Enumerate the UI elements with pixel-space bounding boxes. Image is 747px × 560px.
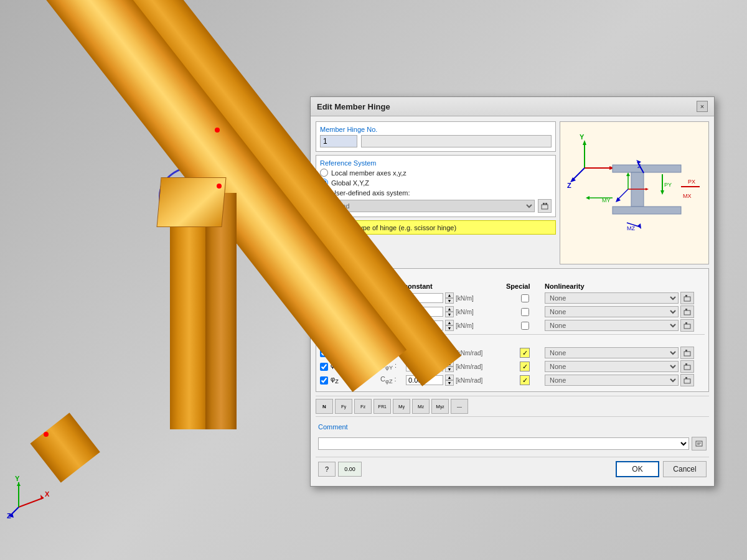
svg-text:Z: Z [7,512,11,520]
phiz-unit: [kNm/rad] [456,377,482,384]
comment-row: Comment [316,421,709,433]
phiy-checkbox[interactable] [320,363,328,371]
ux-spin-down[interactable]: ▼ [445,298,454,304]
svg-rect-11 [545,203,547,205]
svg-rect-52 [684,352,690,356]
svg-text:Y: Y [15,476,20,482]
phiy-nonlin-cell: None [545,360,694,373]
toolbar-btn-fz[interactable]: Fz [354,399,372,414]
uz-nonlin-select[interactable]: None [545,320,679,331]
phiz-special-cell: ✓ [506,375,543,385]
phix-nonlin-select[interactable]: None [545,347,679,358]
phiz-label: φZ [331,375,339,385]
toolbar-btn-mz[interactable]: Mz [412,399,430,414]
axis-edit-button[interactable] [538,199,552,213]
uy-spin-down[interactable]: ▼ [445,312,454,317]
uy-nonlin-cell: None [545,306,694,318]
toolbar-btn-mymz[interactable]: Myz [431,399,449,414]
comment-input-row [316,437,709,453]
ok-button[interactable]: OK [616,461,659,477]
dialog-titlebar: Edit Member Hinge × [311,97,714,116]
phiz-special-yellow-checkbox[interactable]: ✓ [520,375,530,385]
uz-special-checkbox[interactable] [521,322,529,330]
hinge-preview-svg: Y X Z [566,131,703,255]
phiy-special-yellow-checkbox[interactable]: ✓ [520,362,530,371]
svg-rect-22 [613,165,681,172]
axis-system-dropdown[interactable]: Rotated [320,200,535,212]
uy-nonlin-btn[interactable] [680,306,694,318]
uz-spin-down[interactable]: ▼ [445,325,454,331]
ux-special-cell [506,294,543,302]
close-button[interactable]: × [697,101,708,112]
dialog-title: Edit Member Hinge [317,102,390,111]
toolbar-btn-fr1[interactable]: FR1 [374,399,391,414]
uz-spin-up[interactable]: ▲ [445,320,454,325]
uy-spin: ▲ ▼ [445,306,454,317]
phiz-nonlin-select[interactable]: None [545,375,679,386]
svg-text:PX: PX [688,179,695,185]
uy-spin-up[interactable]: ▲ [445,306,454,312]
toolbar-btn-my[interactable]: My [393,399,410,414]
beam-vertical-right [205,193,237,429]
ux-spin: ▲ ▼ [445,292,454,304]
phiy-unit: [kNm/rad] [456,363,482,370]
svg-rect-55 [685,363,687,365]
svg-text:Z: Z [567,182,571,189]
phiz-checkbox[interactable] [320,376,328,385]
reference-system-label: Reference System [320,159,552,167]
radio-local-row: Local member axes x,y,z [320,169,552,177]
phiz-spin: ▲ ▼ [445,375,454,386]
comment-btn[interactable] [692,437,707,450]
svg-text:Y: Y [580,133,585,141]
phiy-nonlin-select[interactable]: None [545,361,679,372]
ux-nonlin-btn[interactable] [680,292,694,304]
svg-rect-10 [543,203,545,205]
axis-dropdown-row: Rotated [320,199,552,213]
phix-nonlin-btn[interactable] [680,347,694,359]
reference-system-panel: Reference System Local member axes x,y,z… [316,155,556,217]
phiy-special-cell: ✓ [506,362,543,371]
uy-special-checkbox[interactable] [521,308,529,316]
radio-global-label: Global X,Y,Z [331,179,369,187]
action-buttons: OK Cancel [616,461,707,477]
uz-unit: [kN/m] [456,322,474,329]
svg-text:X: X [45,490,50,498]
phiz-nonlin-btn[interactable] [680,374,694,386]
svg-rect-57 [685,377,687,379]
phiz-spin-up[interactable]: ▲ [445,375,454,380]
connection-joint [157,177,227,227]
toolbar-btn-fy[interactable]: Fy [335,399,352,414]
phiz-nonlin-cell: None [545,374,694,386]
reset-button[interactable]: 0.00 [338,462,362,477]
uy-special-cell [506,308,543,316]
member-hinge-name-input[interactable] [361,135,552,147]
comment-dropdown[interactable] [318,437,689,450]
member-hinge-no-label: Member Hinge No. [320,126,552,133]
uz-nonlin-btn[interactable] [680,319,694,332]
comment-label: Comment [318,423,348,431]
svg-rect-49 [685,309,687,310]
uy-unit: [kN/m] [456,309,474,315]
ux-nonlin-select[interactable]: None [545,292,679,304]
ux-spin-up[interactable]: ▲ [445,292,454,298]
help-button[interactable]: ? [318,462,336,477]
member-hinge-no-input[interactable] [320,135,357,147]
phix-special-yellow-checkbox[interactable]: ✓ [520,348,530,358]
beam-vertical-left [170,193,209,429]
toolbar-btn-dash[interactable]: — [451,399,468,414]
svg-text:PY: PY [664,182,672,188]
svg-rect-47 [685,295,687,297]
radio-global-row: Global X,Y,Z [320,179,552,187]
toolbar-btn-n[interactable]: N [316,399,333,414]
hinge-no-row [320,135,552,147]
toolbar-row: N Fy Fz FR1 My Mz Myz — [316,396,709,417]
uy-nonlin-select[interactable]: None [545,306,679,317]
bottom-left-btns: ? 0.00 [318,462,362,477]
uz-spin: ▲ ▼ [445,320,454,331]
phiy-nonlin-btn[interactable] [680,360,694,373]
phiz-spring-label: CφZ : [380,375,404,385]
phiz-spin-down[interactable]: ▼ [445,380,454,386]
ux-special-checkbox[interactable] [521,294,529,302]
svg-rect-9 [542,205,548,209]
cancel-button[interactable]: Cancel [663,461,707,477]
